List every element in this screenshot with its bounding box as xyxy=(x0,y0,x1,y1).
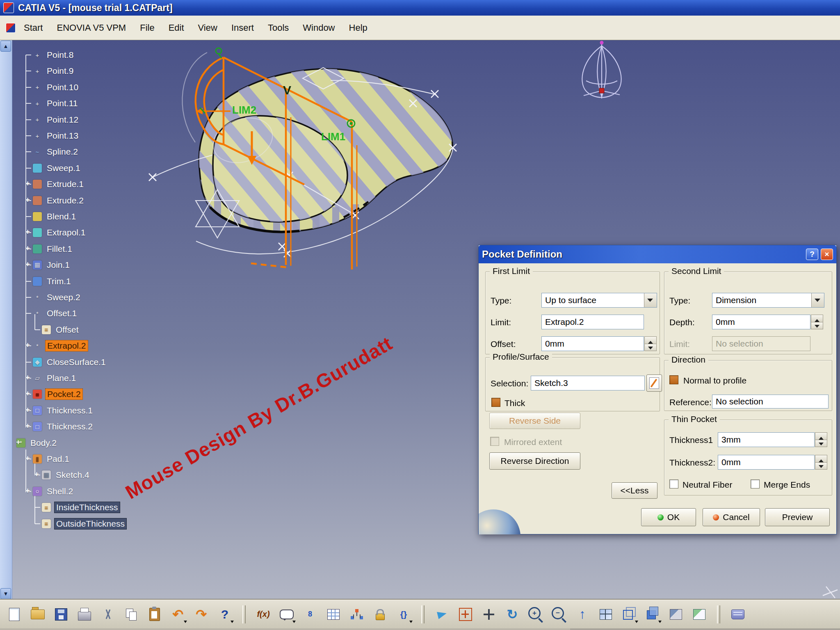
first-limit-offset-spinner[interactable] xyxy=(644,336,657,351)
flyout-arrow-icon[interactable] xyxy=(184,621,187,625)
catalog-browser-icon[interactable] xyxy=(728,604,747,625)
cancel-button[interactable]: Cancel xyxy=(703,508,760,526)
expand-icon[interactable]: + xyxy=(25,196,31,203)
fly-icon[interactable] xyxy=(433,604,452,625)
tree-item-point-11[interactable]: +Point.11 xyxy=(26,97,80,110)
expand-icon[interactable]: + xyxy=(34,471,40,477)
scroll-up-button[interactable]: ▲ xyxy=(0,41,11,52)
thickness2-spinner[interactable] xyxy=(815,455,827,470)
tree-item-pocket-2[interactable]: +■Pocket.2 xyxy=(26,388,83,401)
flyout-arrow-icon[interactable] xyxy=(409,621,413,625)
second-limit-depth-spinner[interactable] xyxy=(811,315,823,329)
expand-icon[interactable]: + xyxy=(15,439,21,445)
dialog-help-button[interactable]: ? xyxy=(806,249,818,260)
less-button[interactable]: <<Less xyxy=(612,482,657,499)
tree-item-outsidethickness[interactable]: ≡OutsideThickness xyxy=(35,517,127,530)
tree-item-join-1[interactable]: +▦Join.1 xyxy=(26,258,71,272)
menu-item-edit[interactable]: Edit xyxy=(169,23,184,33)
cut-icon[interactable] xyxy=(98,604,117,625)
profile-selection-input[interactable]: Sketch.3 xyxy=(531,376,645,390)
first-limit-offset-input[interactable]: 0mm xyxy=(541,336,644,351)
spinner-down-icon[interactable] xyxy=(815,440,827,447)
design-table-icon[interactable] xyxy=(324,604,343,625)
second-limit-depth-input[interactable]: 0mm xyxy=(712,315,810,329)
flyout-arrow-icon[interactable] xyxy=(292,621,296,625)
thick-checkbox[interactable] xyxy=(491,398,500,407)
expand-icon[interactable]: + xyxy=(25,374,31,381)
tree-item-extrude-1[interactable]: +Extrude.1 xyxy=(26,178,85,191)
tree-item-point-8[interactable]: +Point.8 xyxy=(26,48,75,62)
shaded-view-icon[interactable] xyxy=(643,604,662,625)
expand-icon[interactable]: + xyxy=(25,245,31,251)
annotation-icon[interactable] xyxy=(277,604,296,625)
tree-item-point-9[interactable]: +Point.9 xyxy=(26,64,75,78)
open-icon[interactable] xyxy=(28,604,47,625)
window-titlebar[interactable]: CATIA V5 - [mouse trial 1.CATPart] xyxy=(0,0,840,16)
expand-icon[interactable]: + xyxy=(25,228,31,235)
expand-icon[interactable]: + xyxy=(25,406,31,413)
expand-icon[interactable]: + xyxy=(25,455,31,461)
pan-frame-icon[interactable] xyxy=(456,604,475,625)
spinner-up-icon[interactable] xyxy=(645,337,656,344)
tree-item-extrapol-2[interactable]: +*Extrapol.2 xyxy=(26,339,88,352)
tree-item-insidethickness[interactable]: ≡InsideThickness xyxy=(35,501,120,514)
zoom-out-icon[interactable]: − xyxy=(550,604,568,625)
tree-item-spline-2[interactable]: ~Spline.2 xyxy=(26,145,80,158)
menu-item-window[interactable]: Window xyxy=(303,23,335,33)
menu-item-view[interactable]: View xyxy=(198,23,217,33)
check-icon[interactable]: {} xyxy=(394,604,413,625)
tree-item-point-12[interactable]: +Point.12 xyxy=(26,113,80,126)
reverse-direction-button[interactable]: Reverse Direction xyxy=(489,452,580,470)
spinner-up-icon[interactable] xyxy=(815,455,827,463)
tree-item-thickness-2[interactable]: +□Thickness.2 xyxy=(26,420,94,433)
menu-item-start[interactable]: Start xyxy=(24,23,43,33)
flyout-arrow-icon[interactable] xyxy=(231,621,234,625)
pan-icon[interactable] xyxy=(479,604,498,625)
structure-icon[interactable] xyxy=(347,604,366,625)
iso-view-icon[interactable] xyxy=(620,604,639,625)
dropdown-arrow-icon[interactable] xyxy=(811,293,824,307)
tree-item-trim-1[interactable]: Trim.1 xyxy=(26,275,73,288)
lock-icon[interactable] xyxy=(371,604,390,625)
fit-all-icon[interactable]: ↑ xyxy=(573,604,592,625)
tree-item-sweep-1[interactable]: Sweep.1 xyxy=(26,162,82,175)
new-document-icon[interactable] xyxy=(5,604,24,625)
first-limit-limit-input[interactable]: Extrapol.2 xyxy=(541,315,644,329)
tree-item-offset-1[interactable]: *Offset.1 xyxy=(26,307,78,320)
dialog-titlebar[interactable]: Pocket Definition ? × xyxy=(479,245,836,263)
flyout-arrow-icon[interactable] xyxy=(635,621,638,625)
compass-base-point[interactable] xyxy=(599,88,604,93)
tree-item-pad-1[interactable]: +▮Pad.1 xyxy=(26,452,71,466)
direction-reference-input[interactable]: No selection xyxy=(712,395,829,409)
menu-item-enovia-v5-vpm[interactable]: ENOVIA V5 VPM xyxy=(57,23,126,33)
spinner-up-icon[interactable] xyxy=(811,315,823,322)
rotate-icon[interactable]: ↻ xyxy=(503,604,522,625)
catalog-icon[interactable]: 8 xyxy=(301,604,320,625)
normal-to-profile-checkbox[interactable] xyxy=(669,375,678,384)
menu-item-file[interactable]: File xyxy=(140,23,154,33)
print-icon[interactable] xyxy=(75,604,94,625)
ok-button[interactable]: OK xyxy=(641,508,696,526)
thickness1-spinner[interactable] xyxy=(815,432,827,447)
thickness2-input[interactable]: 0mm xyxy=(718,455,815,470)
spinner-down-icon[interactable] xyxy=(645,344,656,351)
menu-item-help[interactable]: Help xyxy=(349,23,368,33)
render-style-icon[interactable] xyxy=(690,604,709,625)
compass-top-handle[interactable] xyxy=(600,41,604,45)
tree-item-shell-2[interactable]: +○Shell.2 xyxy=(26,485,75,498)
tree-item-thickness-1[interactable]: +□Thickness.1 xyxy=(26,404,94,417)
first-limit-type-select[interactable]: Up to surface xyxy=(541,293,657,308)
paste-icon[interactable] xyxy=(145,604,164,625)
flyout-arrow-icon[interactable] xyxy=(658,621,662,625)
menu-item-insert[interactable]: Insert xyxy=(231,23,254,33)
tree-item-sketch-4[interactable]: +▦Sketch.4 xyxy=(35,468,91,482)
tree-item-closesurface-1[interactable]: ◆CloseSurface.1 xyxy=(26,356,107,369)
expand-icon[interactable]: + xyxy=(25,261,31,267)
formula-icon[interactable]: f(x) xyxy=(254,604,273,625)
expand-icon[interactable]: + xyxy=(25,487,31,494)
spinner-down-icon[interactable] xyxy=(811,322,823,329)
tree-item-fillet-1[interactable]: +Fillet.1 xyxy=(26,242,74,256)
dialog-close-button[interactable]: × xyxy=(821,249,833,260)
expand-icon[interactable]: + xyxy=(25,180,31,187)
tree-item-point-13[interactable]: +Point.13 xyxy=(26,129,80,142)
